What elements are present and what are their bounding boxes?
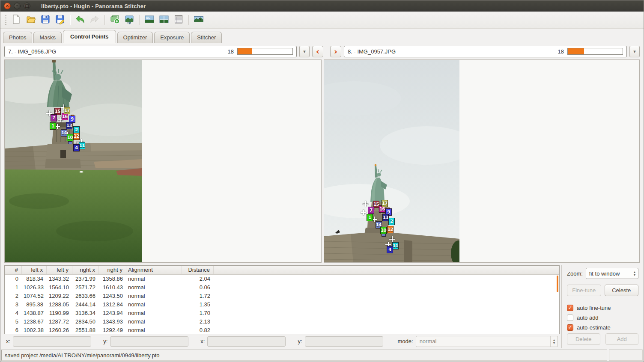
control-point-marker-10[interactable]: 10	[380, 227, 387, 234]
table-row[interactable]: 11026.331564.102571.721610.43normal0.06	[5, 283, 559, 292]
next-pair-button[interactable]: ›	[330, 46, 341, 57]
left-photo[interactable]: 161517791132141210114	[5, 60, 142, 262]
column-header-leftx[interactable]: left x	[22, 266, 47, 274]
control-point-marker-11[interactable]: 11	[79, 142, 85, 149]
window-close-button[interactable]: ✕	[4, 3, 11, 9]
save-project-as-button[interactable]	[53, 13, 67, 27]
control-point-crosshair[interactable]	[363, 201, 368, 207]
table-cell: 2834.50	[72, 317, 99, 326]
control-point-marker-10[interactable]: 10	[67, 134, 73, 141]
left-image-select[interactable]: 7. - IMG_0956.JPG 18	[4, 46, 297, 57]
control-point-marker-7[interactable]: 7	[368, 207, 374, 214]
table-cell: 1002.38	[22, 326, 47, 334]
save-project-icon	[40, 14, 51, 26]
save-project-button[interactable]	[39, 13, 52, 27]
open-project-button[interactable]	[24, 13, 38, 27]
tab-masks[interactable]: Masks	[33, 32, 62, 43]
scrollbar-thumb[interactable]	[557, 276, 558, 292]
column-header-rightx[interactable]: right x	[72, 266, 99, 274]
control-point-marker-4[interactable]: 4	[387, 246, 393, 253]
left-image-dropdown-button[interactable]: ▾	[299, 46, 310, 57]
column-header-alignment[interactable]: Alignment	[126, 266, 182, 274]
control-point-marker-4[interactable]: 4	[73, 144, 80, 151]
column-header-distance[interactable]: Distance	[182, 266, 214, 274]
control-point-marker-17[interactable]: 17	[64, 107, 70, 114]
auto-estimate-option[interactable]: auto-estimate	[567, 323, 638, 332]
undo-button[interactable]	[73, 13, 87, 27]
celeste-button[interactable]: Celeste	[605, 285, 639, 296]
status-extra	[609, 350, 643, 361]
table-row[interactable]: 51238.671287.722834.501343.93normal2.13	[5, 317, 559, 326]
auto-fine-tune-option[interactable]: auto fine-tune	[567, 303, 638, 313]
control-point-marker-13[interactable]: 13	[66, 122, 72, 129]
table-row[interactable]: 61002.381260.262551.881292.49normal0.82	[5, 326, 559, 334]
control-point-marker-partial[interactable]	[382, 234, 386, 237]
control-point-marker-partial[interactable]	[68, 141, 72, 144]
control-point-marker-13[interactable]: 13	[382, 214, 389, 221]
zoom-label: Zoom:	[567, 270, 583, 277]
left-y-input[interactable]	[110, 336, 188, 347]
zoom-value: fit to window	[589, 270, 631, 277]
control-point-marker-17[interactable]: 17	[382, 200, 388, 207]
window-maximize-button[interactable]: □	[24, 3, 30, 9]
right-image-dropdown-button[interactable]: ▾	[629, 46, 640, 57]
column-header-#[interactable]: #	[5, 266, 22, 274]
table-cell: normal	[126, 309, 182, 317]
left-x-input[interactable]	[13, 336, 91, 347]
add-button[interactable]: Add	[605, 333, 639, 345]
tab-optimizer[interactable]: Optimizer	[117, 32, 153, 43]
table-row[interactable]: 41438.871190.993136.341243.94normal1.70	[5, 309, 559, 317]
left-image-canvas[interactable]: 161517791132141210114	[4, 59, 322, 263]
control-point-marker-12[interactable]: 12	[73, 133, 80, 140]
table-cell: 818.34	[22, 275, 47, 283]
redo-button[interactable]	[88, 13, 101, 27]
titlebar: ✕ – □ liberty.pto - Hugin - Panorama Sti…	[0, 0, 644, 12]
table-cell: 3136.34	[72, 309, 99, 317]
tab-exposure[interactable]: Exposure	[154, 32, 190, 43]
mode-select[interactable]: normal ▲▼	[416, 336, 558, 347]
fast-preview-button[interactable]	[157, 13, 171, 27]
cp-list-button[interactable]	[172, 13, 185, 27]
table-row[interactable]: 3895.381288.052444.141312.84normal1.35	[5, 300, 559, 309]
new-project-button[interactable]	[9, 13, 23, 27]
column-header-righty[interactable]: right y	[99, 266, 126, 274]
auto-add-option[interactable]: auto add	[567, 313, 638, 323]
right-y-input[interactable]	[305, 336, 383, 347]
control-point-marker-7[interactable]: 7	[51, 114, 57, 122]
right-cp-count: 18	[558, 48, 564, 55]
table-scrollbar[interactable]	[557, 276, 558, 334]
tab-stitcher[interactable]: Stitcher	[191, 32, 222, 43]
auto-estimate-checkbox[interactable]	[567, 324, 573, 331]
control-point-marker-14[interactable]: 14	[61, 129, 67, 136]
add-time-series-button[interactable]	[122, 13, 136, 27]
delete-button[interactable]: Delete	[567, 333, 600, 345]
previous-pair-button[interactable]: ‹	[312, 46, 323, 57]
tab-photos[interactable]: Photos	[3, 32, 32, 43]
table-cell-filler	[214, 283, 559, 292]
gl-preview-button[interactable]: GL	[143, 13, 156, 27]
window-minimize-button[interactable]: –	[14, 3, 21, 9]
control-point-marker-1[interactable]: 1	[50, 122, 56, 130]
fine-tune-button[interactable]: Fine-tune	[567, 285, 601, 296]
auto-fine-tune-checkbox[interactable]	[567, 305, 573, 311]
zoom-select[interactable]: fit to window ▲▼	[586, 268, 638, 279]
control-point-crosshair[interactable]	[389, 236, 395, 242]
tab-control-points[interactable]: Control Points	[63, 30, 116, 43]
table-row[interactable]: 0818.341343.322371.991358.86normal2.04	[5, 275, 559, 283]
preview-panorama-button[interactable]	[192, 13, 206, 27]
auto-add-checkbox[interactable]	[567, 315, 573, 321]
table-cell: 1343.93	[99, 317, 126, 326]
right-photo[interactable]: 161517791132141210114	[324, 60, 459, 262]
add-images-button[interactable]	[108, 13, 122, 27]
control-point-marker-11[interactable]: 11	[392, 242, 399, 249]
control-point-marker-2[interactable]: 2	[388, 218, 395, 225]
control-point-marker-12[interactable]: 12	[387, 226, 394, 233]
control-point-crosshair[interactable]	[361, 210, 366, 215]
column-header-lefty[interactable]: left y	[47, 266, 72, 274]
chevron-left-icon: ‹	[316, 47, 319, 56]
right-x-input[interactable]	[207, 336, 286, 347]
right-image-select[interactable]: 8. - IMG_0957.JPG 18	[344, 46, 627, 57]
right-image-canvas[interactable]: 161517791132141210114	[324, 59, 640, 263]
table-row[interactable]: 21074.521209.222633.661243.50normal1.72	[5, 292, 559, 300]
control-point-marker-1[interactable]: 1	[367, 214, 373, 221]
